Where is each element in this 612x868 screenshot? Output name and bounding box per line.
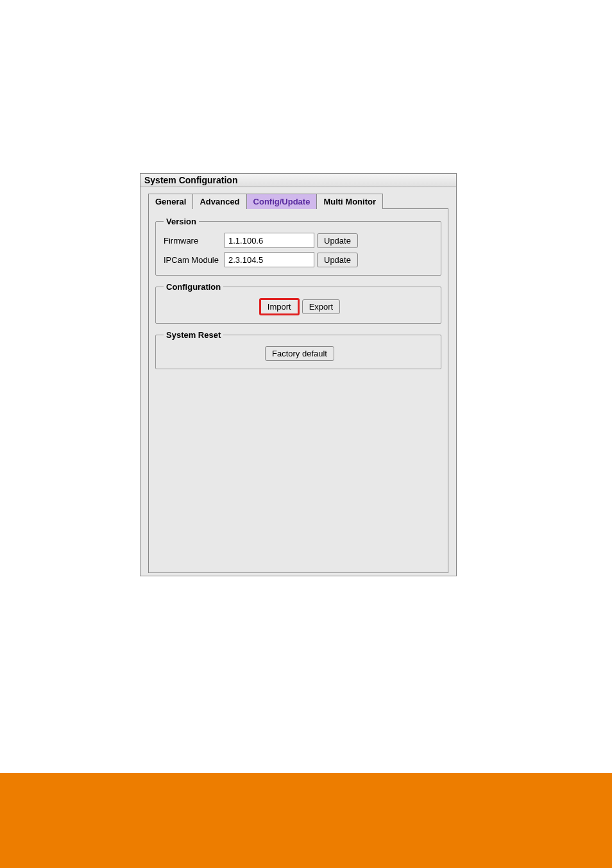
tab-general[interactable]: General (148, 194, 193, 209)
version-legend: Version (164, 217, 199, 226)
configuration-group: Configuration Import Export (155, 282, 441, 324)
tab-advanced[interactable]: Advanced (192, 194, 246, 209)
window-content: General Advanced Config/Update Multi Mon… (140, 187, 456, 580)
system-reset-buttons-row: Factory default (164, 346, 433, 361)
ipcam-row: IPCam Module Update (164, 252, 433, 267)
footer-bar (0, 773, 612, 868)
tab-bar: General Advanced Config/Update Multi Mon… (148, 194, 448, 209)
version-group: Version Firmware Update IPCam Module Upd… (155, 217, 441, 276)
window-title: System Configuration (140, 174, 456, 187)
ipcam-value-field[interactable] (225, 252, 314, 267)
configuration-legend: Configuration (164, 282, 223, 292)
system-reset-group: System Reset Factory default (155, 330, 441, 369)
system-configuration-window: System Configuration General Advanced Co… (140, 173, 457, 576)
tab-config-update[interactable]: Config/Update (246, 194, 318, 209)
firmware-label: Firmware (164, 236, 225, 246)
system-reset-legend: System Reset (164, 330, 223, 340)
configuration-buttons-row: Import Export (164, 298, 433, 315)
firmware-row: Firmware Update (164, 233, 433, 248)
tab-panel-config-update: Version Firmware Update IPCam Module Upd… (148, 208, 448, 573)
ipcam-label: IPCam Module (164, 255, 225, 265)
firmware-update-button[interactable]: Update (317, 233, 358, 248)
factory-default-button[interactable]: Factory default (265, 346, 334, 361)
export-button[interactable]: Export (302, 299, 341, 314)
ipcam-update-button[interactable]: Update (317, 253, 358, 267)
firmware-value-field[interactable] (225, 233, 314, 248)
import-button[interactable]: Import (259, 298, 300, 315)
tab-multi-monitor[interactable]: Multi Monitor (316, 194, 383, 209)
